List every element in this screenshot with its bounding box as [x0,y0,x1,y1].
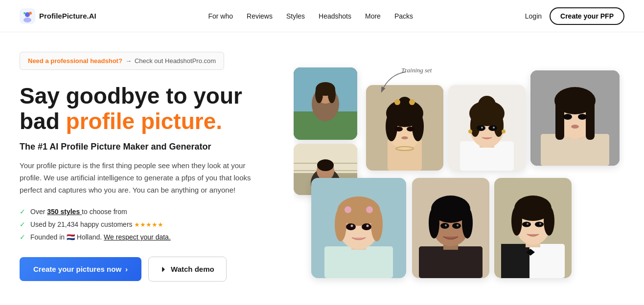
svg-point-34 [401,136,408,139]
styles-link[interactable]: 350 styles [47,208,82,216]
svg-point-75 [351,225,353,227]
svg-rect-57 [555,101,564,140]
svg-point-85 [440,223,449,229]
cta-row: Create your pictures now › ⏵ Watch demo [20,257,274,282]
svg-rect-58 [586,101,595,140]
play-icon: ⏵ [161,265,167,273]
svg-point-73 [346,223,356,230]
hero-right: Training set [294,52,624,301]
hero-subtitle: The #1 AI Profile Picture Maker and Gene… [20,142,274,152]
svg-point-71 [345,206,351,213]
svg-point-3 [29,12,32,15]
svg-point-28 [412,112,424,141]
svg-point-102 [539,223,541,225]
svg-point-76 [367,225,369,227]
create-pictures-label: Create your pictures now [33,265,121,273]
svg-point-30 [394,99,400,105]
nav-reviews[interactable]: Reviews [247,12,273,20]
svg-point-61 [578,114,587,120]
svg-point-29 [398,97,412,110]
feature-styles: ✓ Over 350 styles to choose from [20,208,274,216]
stars: ★★★★★ [134,221,163,228]
navbar: ProfilePicture.AI For who Reviews Styles… [0,0,644,32]
svg-rect-65 [324,246,393,278]
check-icon-1: ✓ [20,208,25,216]
nav-packs[interactable]: Packs [394,12,413,20]
ai-photo-5 [412,178,489,278]
face-svg-5 [530,70,620,166]
svg-point-31 [409,99,415,105]
create-pictures-button[interactable]: Create your pictures now › [20,257,141,281]
create-pfp-button[interactable]: Create your PFP [550,7,624,25]
svg-point-45 [488,125,497,131]
training-photo-1 [294,67,357,140]
feature-founded: ✓ Founded in 🇳🇱 Holland. We respect your… [20,233,274,241]
face-svg-1 [294,67,357,140]
svg-point-44 [477,125,485,131]
training-label: Training set [401,66,432,74]
nav-right: Login Create your PFP [525,7,624,25]
svg-point-62 [571,125,579,129]
svg-point-46 [481,127,483,129]
features-list: ✓ Over 350 styles to choose from ✓ Used … [20,208,274,241]
svg-point-87 [445,224,447,226]
demo-label: Watch demo [171,265,214,273]
svg-point-70 [371,207,383,241]
banner-arrow: → [125,57,132,65]
ai-photo-6 [494,178,572,278]
svg-point-12 [315,86,323,103]
check-icon-3: ✓ [20,233,25,241]
feature-styles-text: Over 350 styles to choose from [30,208,127,216]
svg-point-60 [563,114,572,120]
svg-point-69 [335,207,346,241]
hero-section: Need a professional headshot? → Check ou… [0,32,644,301]
svg-point-72 [366,206,373,213]
logo-icon [20,8,35,24]
svg-point-97 [544,206,554,236]
feature-customers: ✓ Used by 21,434 happy customers ★★★★★ [20,220,274,228]
feature-customers-text: Used by 21,434 happy customers ★★★★★ [30,220,163,228]
svg-point-96 [511,206,522,236]
svg-point-100 [535,222,544,227]
nav-more[interactable]: More [365,12,381,20]
watch-demo-button[interactable]: ⏵ Watch demo [148,257,227,282]
hero-title-plain: bad [20,109,66,134]
svg-point-43 [478,96,496,113]
face-svg-7 [412,178,489,278]
banner-highlight: Need a professional headshot? [28,57,122,65]
svg-point-49 [502,130,506,133]
svg-point-13 [328,86,336,103]
login-button[interactable]: Login [525,12,542,20]
hero-title: Say goodbye to your bad profile picture. [20,84,274,134]
face-svg-4 [448,85,526,171]
svg-rect-78 [419,246,483,278]
svg-rect-91 [501,244,529,278]
banner[interactable]: Need a professional headshot? → Check ou… [20,52,224,70]
nav-for-who[interactable]: For who [208,12,233,20]
hero-left: Need a professional headshot? → Check ou… [20,52,274,282]
ai-photo-4 [311,178,406,278]
check-icon-2: ✓ [20,220,25,228]
nav-headshots[interactable]: Headshots [319,12,351,20]
training-label-area: Training set [401,65,432,74]
svg-point-48 [468,130,472,133]
logo-link[interactable]: ProfilePicture.AI [20,8,96,24]
svg-point-21 [317,159,334,171]
svg-point-33 [407,127,414,131]
svg-point-82 [429,207,439,239]
nav-styles[interactable]: Styles [286,12,305,20]
svg-point-47 [493,127,495,129]
hero-title-accent: profile picture. [66,109,222,134]
ai-photo-1 [366,85,443,171]
svg-point-42 [494,113,504,137]
svg-point-83 [462,207,473,239]
face-svg-3 [366,85,443,171]
svg-point-88 [457,224,459,226]
svg-point-74 [362,223,371,230]
feature-founded-text: Founded in 🇳🇱 Holland. We respect your d… [30,233,171,241]
svg-point-2 [23,18,31,22]
respect-link[interactable]: We respect your data. [104,233,171,241]
nav-links: For who Reviews Styles Headshots More Pa… [208,12,413,20]
cta-arrow-icon: › [125,265,128,273]
svg-point-101 [527,223,529,225]
